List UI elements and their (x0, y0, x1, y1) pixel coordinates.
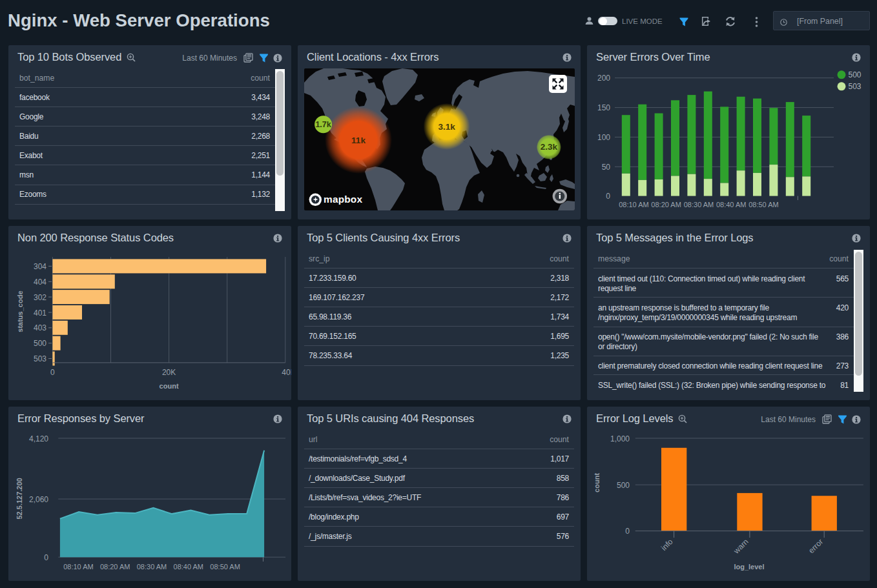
svg-text:503: 503 (34, 354, 46, 363)
svg-text:08:50 AM: 08:50 AM (748, 201, 778, 208)
svg-text:500: 500 (617, 481, 630, 490)
svg-text:log_level: log_level (734, 563, 764, 571)
svg-text:2.3k: 2.3k (541, 142, 558, 152)
svg-text:304: 304 (34, 262, 46, 271)
svg-text:500: 500 (849, 70, 862, 79)
svg-text:count: count (160, 382, 179, 390)
svg-text:08:40 AM: 08:40 AM (174, 563, 203, 571)
svg-text:404: 404 (34, 278, 46, 287)
svg-text:08:50 AM: 08:50 AM (210, 563, 240, 571)
svg-text:200: 200 (597, 74, 610, 83)
svg-text:08:20 AM: 08:20 AM (100, 563, 130, 571)
svg-text:08:20 AM: 08:20 AM (651, 201, 681, 208)
svg-text:100: 100 (597, 133, 610, 142)
svg-text:1.7k: 1.7k (315, 120, 331, 129)
svg-text:error: error (807, 537, 825, 555)
svg-text:status_code: status_code (16, 290, 24, 332)
svg-text:40K: 40K (282, 368, 291, 377)
svg-text:08:10 AM: 08:10 AM (619, 201, 648, 208)
svg-text:08:30 AM: 08:30 AM (684, 201, 714, 208)
svg-text:08:40 AM: 08:40 AM (716, 201, 746, 208)
svg-text:500: 500 (34, 339, 46, 348)
svg-text:20K: 20K (162, 368, 176, 377)
svg-text:info: info (659, 537, 675, 553)
svg-text:mapbox: mapbox (324, 194, 362, 205)
svg-text:0: 0 (44, 553, 48, 562)
svg-text:302: 302 (34, 293, 46, 302)
svg-text:2,060: 2,060 (29, 495, 48, 504)
svg-text:401: 401 (34, 309, 46, 318)
svg-text:08:30 AM: 08:30 AM (137, 563, 167, 571)
svg-text:0: 0 (50, 368, 55, 377)
svg-text:08:10 AM: 08:10 AM (63, 563, 93, 571)
svg-text:0: 0 (606, 192, 610, 201)
svg-text:50: 50 (602, 163, 611, 172)
svg-text:0: 0 (625, 527, 630, 536)
svg-text:warn: warn (732, 537, 750, 556)
svg-text:count: count (593, 473, 601, 492)
svg-text:4,120: 4,120 (29, 434, 48, 443)
svg-text:150: 150 (597, 103, 610, 112)
svg-text:403: 403 (34, 323, 46, 332)
svg-text:11k: 11k (351, 136, 366, 145)
svg-text:52.5.127.200: 52.5.127.200 (15, 478, 23, 519)
svg-text:503: 503 (849, 82, 862, 91)
svg-text:1,000: 1,000 (610, 434, 630, 443)
svg-text:3.1k: 3.1k (438, 122, 455, 132)
